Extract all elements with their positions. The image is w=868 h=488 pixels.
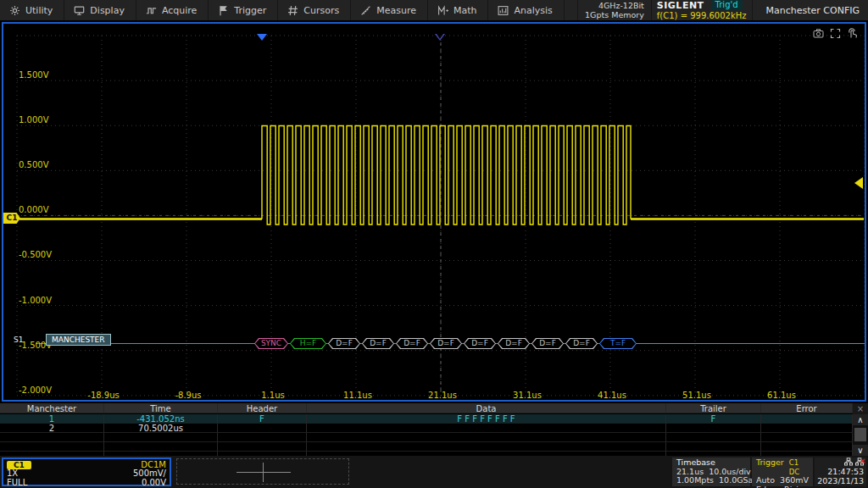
table-cell (307, 424, 666, 433)
table-cell: 2 (0, 424, 104, 433)
time-label: 11.1us (343, 391, 372, 400)
table-row[interactable] (0, 433, 853, 442)
clock-date: 2023/11/13 (817, 476, 864, 485)
menu-label: Analysis (514, 5, 552, 16)
menu-utility[interactable]: Utility (0, 0, 64, 20)
timebase-points: 1.00Mpts (676, 476, 714, 485)
table-scrollbar: × ∧ ∨ (853, 403, 868, 456)
gear-icon (9, 5, 20, 16)
bus1-decoder-badge[interactable]: MANCHESTER (46, 334, 111, 346)
table-cell: F (666, 414, 761, 424)
math-icon (437, 5, 448, 16)
timebase-descriptor[interactable]: Timebase 21.1us10.0us/div 1.00Mpts10.0GS… (672, 458, 750, 486)
time-label: 21.1us (428, 391, 457, 400)
decode-config-button[interactable]: Manchester CONFIG (752, 0, 868, 20)
table-cell (218, 442, 307, 452)
scroll-up-button[interactable]: ∧ (853, 414, 868, 425)
menu-bar: UtilityDisplayAcquireTriggerCursorsMeasu… (0, 0, 868, 20)
time-label: 61.1us (767, 391, 796, 400)
trigger-title: Trigger (756, 458, 784, 476)
scroll-track[interactable] (853, 425, 868, 445)
channel1-probe: 1X (7, 469, 18, 478)
acquisition-info: 4GHz-12Bit 1Gpts Memory (577, 0, 651, 20)
table-cell: -431.052ns (104, 414, 218, 424)
plus-icon (236, 472, 291, 473)
table-header-row: ManchesterTimeHeaderDataTrailerError (0, 403, 853, 414)
frequency-counter: f(C1) = 999.6002kHz (657, 11, 747, 21)
column-header: Data (307, 403, 666, 413)
channel1-descriptor[interactable]: C1DC1M 1X500mV/ FULL0.00V (2, 458, 171, 486)
table-cell (761, 424, 853, 433)
scroll-thumb[interactable] (854, 428, 866, 441)
table-cell: 70.5002us (104, 424, 218, 433)
bus1-label: S1 (14, 336, 23, 344)
decode-result-table: ManchesterTimeHeaderDataTrailerError1-43… (0, 403, 868, 456)
menu-math[interactable]: Math (428, 0, 489, 20)
decode-frame-d-f: D=F (396, 338, 428, 349)
fullscreen-icon[interactable] (830, 26, 841, 42)
table-cell: F F F F F F F F (307, 414, 666, 424)
decode-frame-label: D=F (396, 338, 428, 349)
waveform-display[interactable]: 1.500V1.000V0.500V0.000V-0.500V-1.000V-1… (2, 22, 866, 402)
table-cell: 1 (0, 414, 104, 424)
menu-analysis[interactable]: Analysis (488, 0, 564, 20)
menu-label: Measure (376, 5, 416, 16)
column-header: Trailer (666, 403, 761, 413)
menu-label: Display (90, 5, 125, 16)
memory-label: 1Gpts Memory (585, 10, 644, 19)
table-close-button[interactable]: × (853, 403, 868, 414)
decode-frame-d-f: D=F (328, 338, 360, 349)
table-cell (307, 433, 666, 442)
trigger-level: 360mV (780, 476, 809, 485)
table-cell (218, 424, 307, 433)
screenshot-camera-icon[interactable] (813, 26, 824, 42)
footer-bar: C1DC1M 1X500mV/ FULL0.00V Timebase 21.1u… (0, 456, 868, 488)
menu-measure[interactable]: Measure (351, 0, 428, 20)
brand-box: SIGLENT Trig'd f(C1) = 999.6002kHz (651, 0, 752, 20)
decode-frame-label: D=F (362, 338, 394, 349)
table-row[interactable]: 1-431.052nsFF F F F F F F FF (0, 414, 853, 424)
menu-trigger[interactable]: Trigger (209, 0, 278, 20)
add-channel-slot[interactable] (176, 458, 349, 485)
brand-logo: SIGLENT (657, 0, 704, 11)
table-row[interactable] (0, 442, 853, 452)
scroll-down-button[interactable]: ∨ (853, 445, 868, 456)
clock-box[interactable]: × 21:47:53 2023/11/13 (815, 458, 866, 486)
table-row[interactable]: 270.5002us (0, 424, 853, 433)
trigger-slope: Rising (784, 485, 809, 488)
table-cell (761, 442, 853, 452)
time-label: -18.9us (87, 391, 119, 400)
decode-frame-label: D=F (531, 338, 564, 349)
trigger-mode: Auto (756, 476, 775, 485)
lan-icon (844, 458, 853, 468)
table-cell (104, 433, 218, 442)
channel1-offset: 0.00V (142, 479, 166, 487)
decode-frame-label: D=F (430, 338, 462, 349)
voltage-label: 1.500V (19, 71, 48, 80)
table-cell (761, 433, 853, 442)
menu-display[interactable]: Display (64, 0, 136, 20)
trigger-status-badge: Trig'd (711, 0, 743, 10)
voltage-label: 0.500V (19, 161, 48, 169)
table-cell (218, 433, 307, 442)
time-label: 41.1us (598, 391, 626, 400)
decode-frame-d-f: D=F (464, 338, 496, 349)
column-header: Manchester (0, 403, 104, 413)
trigger-source: C1 DC (789, 458, 809, 476)
time-label: 1.1us (261, 391, 284, 400)
decode-frame-label: D=F (498, 338, 530, 349)
trigger-position-marker[interactable] (257, 34, 267, 41)
clock-time: 21:47:53 (817, 467, 864, 476)
table-cell (0, 433, 104, 442)
decode-frame-label: SYNC (254, 338, 288, 349)
table-cell (104, 442, 218, 452)
cursors-icon (287, 5, 298, 16)
channel1-badge: C1 (7, 461, 31, 469)
decode-frame-d-f: D=F (362, 338, 394, 349)
trigger-descriptor[interactable]: TriggerC1 DC Auto360mV EdgeRising (752, 458, 813, 486)
table-cell (307, 442, 666, 452)
menu-cursors[interactable]: Cursors (278, 0, 351, 20)
touch-gesture-icon[interactable] (847, 26, 858, 42)
menu-acquire[interactable]: Acquire (136, 0, 209, 20)
decode-frame-h-f: H=F (290, 338, 326, 349)
